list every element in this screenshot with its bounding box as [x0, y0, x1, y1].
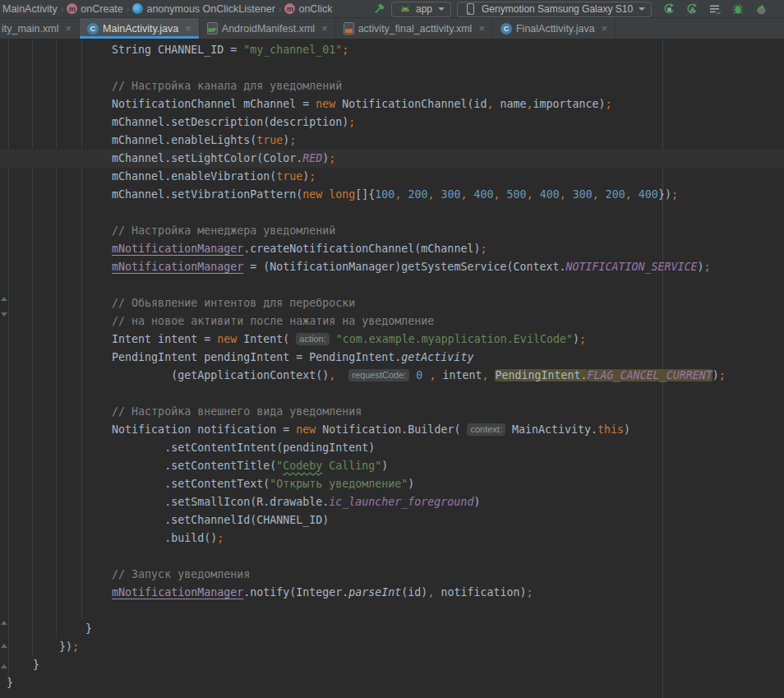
- code-token: }: [7, 659, 39, 671]
- breadcrumb-label: MainActivity: [2, 3, 58, 15]
- code-token: 400: [540, 188, 560, 201]
- code-line[interactable]: mChannel.setVibrationPattern(new long[]{…: [0, 186, 784, 204]
- code-token: this: [597, 423, 624, 436]
- apply-code-changes-icon[interactable]: A: [685, 2, 699, 16]
- code-line[interactable]: mNotificationManager.notify(Integer.pars…: [0, 584, 784, 602]
- code-line[interactable]: [0, 602, 784, 620]
- code-token: mNotificationManager: [112, 261, 243, 273]
- code-token: ic_launcher_foreground: [329, 496, 473, 508]
- run-configurations-list-icon[interactable]: [708, 2, 722, 16]
- code-token: }: [7, 622, 92, 635]
- code-token: [599, 188, 606, 201]
- code-token: new: [296, 423, 316, 436]
- breadcrumb-item[interactable]: monClick: [284, 3, 332, 15]
- debug-bug-icon[interactable]: [731, 2, 745, 16]
- breadcrumb-item[interactable]: anonymous OnClickListener: [132, 3, 274, 15]
- code-line[interactable]: [0, 59, 784, 77]
- tab-close-icon[interactable]: ×: [65, 23, 71, 34]
- code-token: mChannel.enableLights(: [7, 134, 256, 146]
- code-token: 400: [639, 188, 658, 201]
- code-line[interactable]: // Настройка внешнего вида уведомления: [0, 403, 784, 421]
- code-line[interactable]: // Обьявление интентов для переброски: [0, 294, 784, 312]
- code-line[interactable]: (getApplicationContext(), requestCode: 0…: [0, 367, 784, 385]
- code-token: .setContentIntent(pendingIntent): [7, 441, 375, 454]
- code-line[interactable]: .setChannelId(CHANNEL_ID): [0, 511, 784, 529]
- code-line[interactable]: }: [0, 674, 784, 692]
- code-line[interactable]: // на новое активити после нажатия на ув…: [0, 312, 784, 331]
- tab-ity-main-xml[interactable]: ity_main.xml×: [0, 18, 80, 39]
- main-toolbar: MainActivity›monCreate›anonymous OnClick…: [0, 0, 784, 18]
- code-token: true: [276, 170, 302, 183]
- code-token: ,: [593, 188, 599, 201]
- code-line[interactable]: mNotificationManager = (NotificationMana…: [0, 258, 784, 276]
- code-token: notification): [434, 586, 526, 599]
- code-token: [330, 333, 336, 345]
- code-token: .setContentText(: [7, 478, 270, 490]
- tab-close-icon[interactable]: ×: [321, 23, 328, 34]
- code-token: .notify(Integer.: [243, 586, 348, 599]
- tab-finalacttivity-java[interactable]: CFinalActtivity.java×: [493, 18, 616, 39]
- code-line[interactable]: .setContentText("Открыть уведомление"): [0, 475, 784, 493]
- code-line[interactable]: String CHANNEL_ID = "my_channel_01";: [0, 41, 784, 59]
- code-line[interactable]: // Настройка канала для уведомлений: [0, 77, 784, 95]
- code-line[interactable]: // Настройка менеджера уведомлений: [0, 222, 784, 240]
- code-token: ,: [625, 188, 632, 201]
- code-token: Intent(: [237, 333, 296, 345]
- code-token: // Запуск уведомления: [7, 568, 250, 580]
- code-line[interactable]: }: [0, 620, 784, 638]
- code-line[interactable]: [0, 385, 784, 403]
- code-line[interactable]: Intent intent = new Intent( action: "com…: [0, 331, 784, 349]
- tab-close-icon[interactable]: ×: [185, 23, 191, 34]
- manifest-file-icon: MF: [207, 22, 218, 35]
- code-line[interactable]: mChannel.enableLights(true);: [0, 132, 784, 150]
- code-line[interactable]: mChannel.setLightColor(Color.RED);: [0, 150, 784, 168]
- code-token: }: [7, 677, 13, 689]
- code-line[interactable]: Notification notification = new Notifica…: [0, 421, 784, 439]
- breadcrumb-item[interactable]: monCreate: [67, 3, 122, 15]
- code-line[interactable]: mNotificationManager.createNotificationC…: [0, 240, 784, 258]
- code-token: .setChannelId(CHANNEL_ID): [7, 514, 329, 526]
- code-line[interactable]: .setSmallIcon(R.drawable.ic_launcher_for…: [0, 493, 784, 511]
- device-selector-label: Genymotion Samsung Galaxy S10: [482, 3, 633, 15]
- run-restart-activity-icon[interactable]: [662, 2, 676, 16]
- tab-activity-final-acttivity-xml[interactable]: activity_final_acttivity.xml×: [336, 18, 493, 39]
- code-line[interactable]: .setContentIntent(pendingIntent): [0, 439, 784, 457]
- tab-close-icon[interactable]: ×: [478, 23, 485, 34]
- code-token: ;: [72, 640, 79, 653]
- code-token: intent: [436, 369, 482, 381]
- code-token: = (NotificationManager)getSystemService(…: [243, 261, 565, 273]
- code-line[interactable]: NotificationChannel mChannel = new Notif…: [0, 95, 784, 113]
- profile-app-icon[interactable]: [754, 2, 768, 16]
- tab-mainactivity-java[interactable]: CMainActivity.java×: [80, 18, 200, 39]
- code-token: }): [658, 188, 671, 201]
- code-token: [500, 188, 507, 201]
- phone-icon: [463, 2, 477, 16]
- tab-androidmanifest-xml[interactable]: MFAndroidManifest.xml×: [200, 18, 336, 39]
- code-line[interactable]: [0, 548, 784, 566]
- code-token: mChannel.setLightColor(Color.: [7, 152, 302, 164]
- code-token: 200: [606, 188, 625, 201]
- code-line[interactable]: PendingIntent pendingIntent = PendingInt…: [0, 349, 784, 367]
- code-line[interactable]: [0, 204, 784, 222]
- code-editor[interactable]: String CHANNEL_ID = "my_channel_01"; // …: [0, 39, 784, 698]
- code-line[interactable]: // Запуск уведомления: [0, 566, 784, 584]
- device-selector[interactable]: Genymotion Samsung Galaxy S10: [457, 2, 652, 17]
- code-area[interactable]: String CHANNEL_ID = "my_channel_01"; // …: [0, 39, 784, 692]
- code-line[interactable]: [0, 276, 784, 294]
- tab-label: ity_main.xml: [2, 23, 58, 35]
- build-hammer-icon[interactable]: [371, 2, 385, 16]
- tab-close-icon[interactable]: ×: [602, 23, 608, 34]
- method-icon: m: [67, 3, 77, 14]
- code-line[interactable]: .build();: [0, 529, 784, 548]
- code-line[interactable]: .setContentTitle("Codeby Calling"): [0, 457, 784, 475]
- code-line[interactable]: mChannel.enableVibration(true);: [0, 168, 784, 186]
- code-line[interactable]: });: [0, 638, 784, 656]
- breadcrumb-separator: ›: [279, 4, 282, 14]
- code-line[interactable]: mChannel.setDescription(description);: [0, 113, 784, 132]
- code-line[interactable]: }: [0, 656, 784, 674]
- breadcrumb-item[interactable]: MainActivity: [2, 3, 58, 15]
- code-token: ;: [704, 261, 711, 273]
- code-token: 300: [440, 188, 460, 201]
- code-token: true: [256, 134, 283, 146]
- app-module-selector[interactable]: app: [391, 2, 451, 17]
